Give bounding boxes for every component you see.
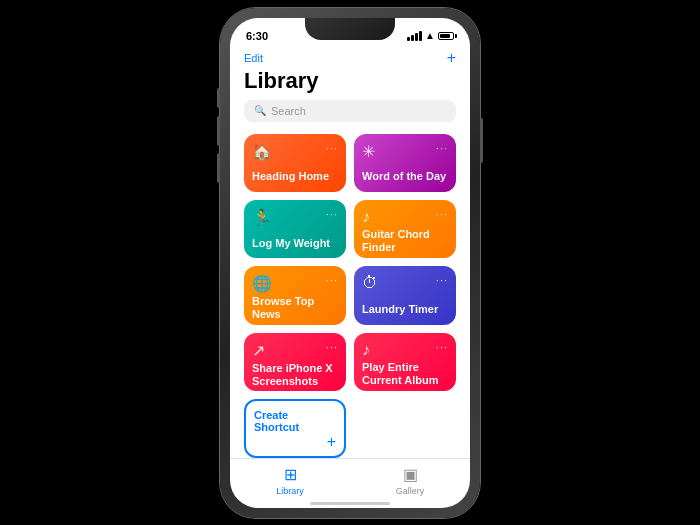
card-menu-icon[interactable]: ··· <box>326 142 338 154</box>
search-bar[interactable]: 🔍 Search <box>244 100 456 122</box>
shortcuts-grid: 🏠 ··· Heading Home ✳ ··· Word of the Day… <box>230 134 470 458</box>
home-indicator <box>230 504 470 508</box>
share-icon: ↗ <box>252 341 265 360</box>
card-menu-icon[interactable]: ··· <box>436 341 448 353</box>
shortcut-play-album[interactable]: ♪ ··· Play Entire Current Album <box>354 333 456 392</box>
shortcut-laundry-timer[interactable]: ⏱ ··· Laundry Timer <box>354 266 456 325</box>
wifi-icon: ▲ <box>425 30 435 41</box>
status-icons: ▲ <box>407 30 454 41</box>
card-title: Heading Home <box>252 170 338 183</box>
tab-gallery-label: Gallery <box>396 486 425 496</box>
power-button <box>480 118 483 163</box>
search-icon: 🔍 <box>254 105 266 116</box>
card-menu-icon[interactable]: ··· <box>326 341 338 353</box>
card-menu-icon[interactable]: ··· <box>436 274 448 286</box>
search-input[interactable]: Search <box>271 105 306 117</box>
library-icon: ⊞ <box>284 465 297 484</box>
person-icon: 🏃 <box>252 208 272 227</box>
phone-screen: 6:30 ▲ Edit + Library <box>230 18 470 508</box>
card-title: Guitar Chord Finder <box>362 228 448 254</box>
battery-icon <box>438 32 454 40</box>
card-title: Browse Top News <box>252 295 338 321</box>
shortcut-heading-home[interactable]: 🏠 ··· Heading Home <box>244 134 346 192</box>
shortcut-log-weight[interactable]: 🏃 ··· Log My Weight <box>244 200 346 259</box>
header: Edit + Library 🔍 Search <box>230 46 470 134</box>
home-icon: 🏠 <box>252 142 272 161</box>
edit-button[interactable]: Edit <box>244 52 263 64</box>
signal-icon <box>407 31 422 41</box>
create-shortcut-plus[interactable]: + <box>327 433 336 451</box>
create-shortcut-title: CreateShortcut <box>254 409 336 433</box>
shortcut-browse-news[interactable]: 🌐 ··· Browse Top News <box>244 266 346 325</box>
volume-down-button <box>217 153 220 183</box>
timer-icon: ⏱ <box>362 274 378 292</box>
card-menu-icon[interactable]: ··· <box>436 208 448 220</box>
music2-icon: ♪ <box>362 341 370 359</box>
card-title: Share iPhone X Screenshots <box>252 362 338 388</box>
notch <box>305 18 395 40</box>
mute-button <box>217 88 220 108</box>
card-title: Laundry Timer <box>362 303 448 316</box>
shortcut-guitar-chord[interactable]: ♪ ··· Guitar Chord Finder <box>354 200 456 259</box>
volume-up-button <box>217 116 220 146</box>
add-button[interactable]: + <box>447 50 456 66</box>
tab-bar: ⊞ Library ▣ Gallery <box>230 458 470 504</box>
gallery-icon: ▣ <box>403 465 418 484</box>
page-title: Library <box>244 68 456 94</box>
shortcut-share-screenshots[interactable]: ↗ ··· Share iPhone X Screenshots <box>244 333 346 392</box>
card-menu-icon[interactable]: ··· <box>326 274 338 286</box>
tab-library-label: Library <box>276 486 304 496</box>
card-title: Log My Weight <box>252 237 338 250</box>
card-title: Play Entire Current Album <box>362 361 448 387</box>
create-shortcut-card[interactable]: CreateShortcut + <box>244 399 346 458</box>
card-title: Word of the Day <box>362 170 448 183</box>
card-menu-icon[interactable]: ··· <box>326 208 338 220</box>
shortcut-word-of-day[interactable]: ✳ ··· Word of the Day <box>354 134 456 192</box>
status-time: 6:30 <box>246 30 268 42</box>
globe-icon: 🌐 <box>252 274 272 293</box>
card-menu-icon[interactable]: ··· <box>436 142 448 154</box>
tab-gallery[interactable]: ▣ Gallery <box>350 465 470 496</box>
tab-library[interactable]: ⊞ Library <box>230 465 350 496</box>
music-icon: ♪ <box>362 208 370 226</box>
phone-frame: 6:30 ▲ Edit + Library <box>220 8 480 518</box>
star-icon: ✳ <box>362 142 375 161</box>
